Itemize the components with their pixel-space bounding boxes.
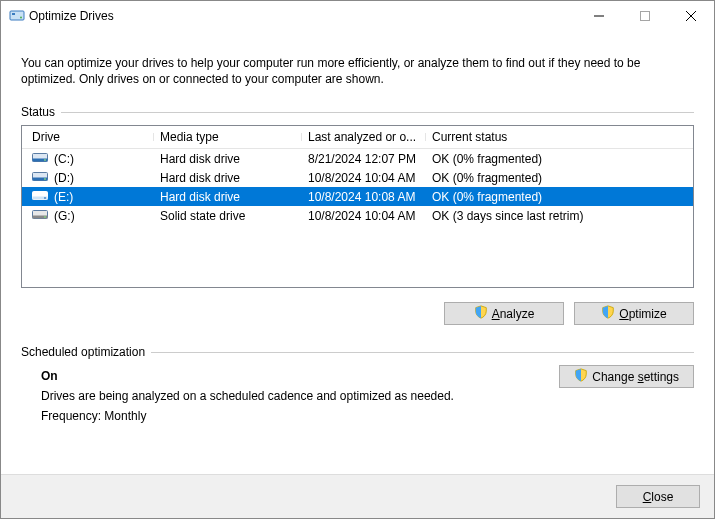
status-section-label: Status xyxy=(21,105,694,119)
titlebar: Optimize Drives xyxy=(1,1,714,31)
status-label-text: Status xyxy=(21,105,55,119)
drive-name: (G:) xyxy=(54,209,75,223)
svg-rect-0 xyxy=(10,11,24,20)
cell-last: 10/8/2024 10:04 AM xyxy=(302,209,426,223)
cell-media: Hard disk drive xyxy=(154,190,302,204)
divider xyxy=(151,352,694,353)
divider xyxy=(61,112,694,113)
change-settings-label: Change settings xyxy=(592,370,679,384)
svg-rect-1 xyxy=(12,13,15,15)
table-row[interactable]: (D:)Hard disk drive10/8/2024 10:04 AMOK … xyxy=(22,168,693,187)
schedule-desc: Drives are being analyzed on a scheduled… xyxy=(41,389,694,403)
window-title: Optimize Drives xyxy=(25,9,576,23)
drive-name: (D:) xyxy=(54,171,74,185)
cell-media: Hard disk drive xyxy=(154,171,302,185)
svg-rect-4 xyxy=(641,12,650,21)
schedule-freq: Frequency: Monthly xyxy=(41,409,694,423)
col-header-drive[interactable]: Drive xyxy=(26,130,154,144)
cell-drive: (C:) xyxy=(26,151,154,166)
drive-icon xyxy=(32,170,48,185)
schedule-section-label: Scheduled optimization xyxy=(21,345,694,359)
svg-point-2 xyxy=(20,16,22,18)
table-row[interactable]: (G:)Solid state drive10/8/2024 10:04 AMO… xyxy=(22,206,693,225)
cell-last: 10/8/2024 10:08 AM xyxy=(302,190,426,204)
col-header-last[interactable]: Last analyzed or o... xyxy=(302,130,426,144)
drive-table[interactable]: Drive Media type Last analyzed or o... C… xyxy=(21,125,694,288)
drive-icon xyxy=(32,151,48,166)
cell-status: OK (0% fragmented) xyxy=(426,190,689,204)
drive-name: (C:) xyxy=(54,152,74,166)
drive-icon xyxy=(32,208,48,223)
cell-status: OK (0% fragmented) xyxy=(426,152,689,166)
maximize-button[interactable] xyxy=(622,1,668,31)
col-header-status[interactable]: Current status xyxy=(426,130,689,144)
table-row[interactable]: (C:)Hard disk drive8/21/2024 12:07 PMOK … xyxy=(22,149,693,168)
change-settings-button[interactable]: Change settings xyxy=(559,365,694,388)
intro-text: You can optimize your drives to help you… xyxy=(21,55,694,87)
schedule-label-text: Scheduled optimization xyxy=(21,345,145,359)
minimize-button[interactable] xyxy=(576,1,622,31)
cell-status: OK (0% fragmented) xyxy=(426,171,689,185)
cell-last: 8/21/2024 12:07 PM xyxy=(302,152,426,166)
cell-last: 10/8/2024 10:04 AM xyxy=(302,171,426,185)
app-icon xyxy=(9,7,25,26)
optimize-label: Optimize xyxy=(619,307,666,321)
svg-point-12 xyxy=(44,178,46,180)
cell-drive: (G:) xyxy=(26,208,154,223)
table-row[interactable]: (E:)Hard disk drive10/8/2024 10:08 AMOK … xyxy=(22,187,693,206)
cell-media: Solid state drive xyxy=(154,209,302,223)
shield-icon xyxy=(474,305,488,322)
analyze-button[interactable]: Analyze xyxy=(444,302,564,325)
col-header-media[interactable]: Media type xyxy=(154,130,302,144)
shield-icon xyxy=(601,305,615,322)
cell-media: Hard disk drive xyxy=(154,152,302,166)
drive-icon xyxy=(32,189,48,204)
close-window-button[interactable] xyxy=(668,1,714,31)
svg-point-9 xyxy=(44,159,46,161)
drive-name: (E:) xyxy=(54,190,73,204)
optimize-button[interactable]: Optimize xyxy=(574,302,694,325)
shield-icon xyxy=(574,368,588,385)
cell-drive: (E:) xyxy=(26,189,154,204)
analyze-label: Analyze xyxy=(492,307,535,321)
cell-drive: (D:) xyxy=(26,170,154,185)
footer: Close xyxy=(1,474,714,518)
close-label: Close xyxy=(643,490,674,504)
svg-point-15 xyxy=(44,197,46,199)
svg-point-18 xyxy=(44,216,46,218)
cell-status: OK (3 days since last retrim) xyxy=(426,209,689,223)
table-header: Drive Media type Last analyzed or o... C… xyxy=(22,126,693,149)
close-button[interactable]: Close xyxy=(616,485,700,508)
